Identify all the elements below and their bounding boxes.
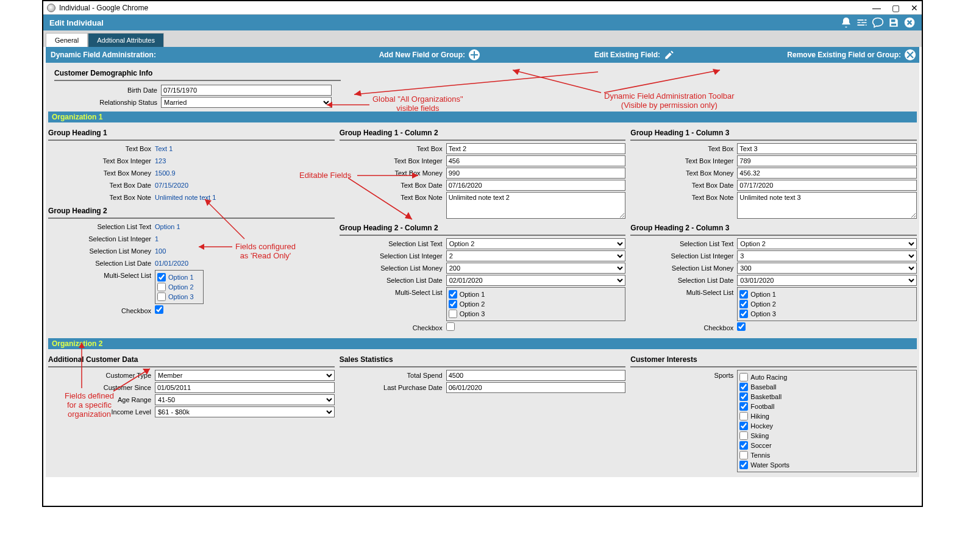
org1-c2-g1: Group Heading 1 - Column 2 [340, 126, 626, 141]
org1-c1-g2: Group Heading 2 [48, 204, 335, 219]
save-icon[interactable] [888, 16, 900, 29]
relstatus-label: Relationship Status [54, 97, 161, 106]
org1-c2-g2: Group Heading 2 - Column 2 [340, 221, 626, 236]
admin-toolbar: Dynamic Field Administration: Add New Fi… [46, 47, 919, 63]
minimize-button[interactable]: — [872, 3, 881, 13]
titlebar: Individual - Google Chrome — ▢ ✕ [43, 1, 922, 15]
org1-c3-g2: Group Heading 2 - Column 3 [630, 221, 917, 236]
speech-icon[interactable] [872, 16, 884, 29]
birthdate-label: Birth Date [54, 85, 161, 94]
org1-c1-g1: Group Heading 1 [48, 126, 335, 141]
textnote-c2[interactable] [446, 192, 626, 219]
custtype-select[interactable]: Member [155, 370, 335, 381]
admin-label: Dynamic Field Administration: [51, 51, 156, 59]
checkbox-ro [155, 305, 163, 314]
ms-opt3-ro [157, 292, 166, 301]
custsince-input[interactable] [155, 382, 335, 393]
org2-c2-head: Sales Statistics [340, 353, 626, 367]
demographics-heading: Customer Demographic Info [54, 66, 341, 81]
tabs: General Addtional Attributes [46, 33, 919, 47]
close-button[interactable]: ✕ [911, 3, 918, 13]
maximize-button[interactable]: ▢ [892, 3, 900, 13]
textbox-c2[interactable] [446, 143, 626, 154]
textbox-ro: Text 1 [155, 143, 335, 152]
tab-additional[interactable]: Addtional Attributes [88, 33, 164, 47]
tab-general[interactable]: General [46, 33, 88, 47]
ms-opt1-ro [157, 273, 166, 282]
page-title: Edit Individual [49, 18, 104, 27]
org2-bar: Organization 2 [48, 338, 917, 349]
ms-opt2-ro [157, 283, 166, 291]
org2-c1-head: Additional Customer Data [48, 353, 335, 367]
cancel-icon[interactable] [903, 16, 916, 29]
edit-field-label: Edit Existing Field: [594, 51, 660, 59]
pencil-icon[interactable] [664, 49, 675, 60]
header-bar: Edit Individual [43, 15, 922, 30]
relstatus-select[interactable]: Married [161, 97, 332, 108]
sports-list: Auto Racing Baseball Basketball Football… [737, 370, 917, 472]
sliders-icon[interactable] [856, 16, 868, 29]
add-field-label: Add New Field or Group: [379, 51, 465, 59]
add-icon[interactable] [469, 49, 480, 60]
remove-icon[interactable] [905, 49, 916, 60]
globe-icon [47, 4, 55, 12]
remove-field-label: Remove Existing Field or Group: [787, 51, 901, 59]
window-title: Individual - Google Chrome [59, 4, 148, 12]
birthdate-input[interactable] [161, 85, 332, 96]
org1-c3-g1: Group Heading 1 - Column 3 [630, 126, 917, 141]
org2-c3-head: Customer Interests [630, 353, 917, 367]
org1-bar: Organization 1 [48, 112, 917, 122]
bell-icon[interactable] [840, 16, 852, 29]
